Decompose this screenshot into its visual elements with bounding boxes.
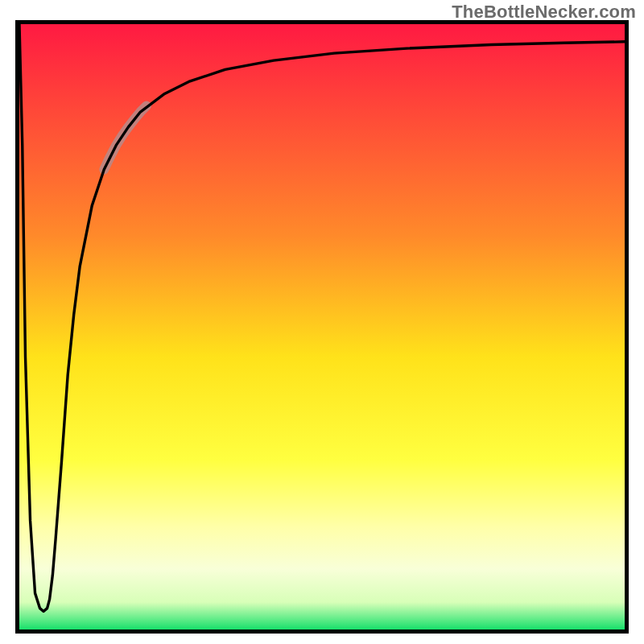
plot-area [15,20,629,634]
chart-svg [19,24,625,630]
background-gradient [19,24,625,630]
chart-figure: TheBottleNecker.com [0,0,644,644]
